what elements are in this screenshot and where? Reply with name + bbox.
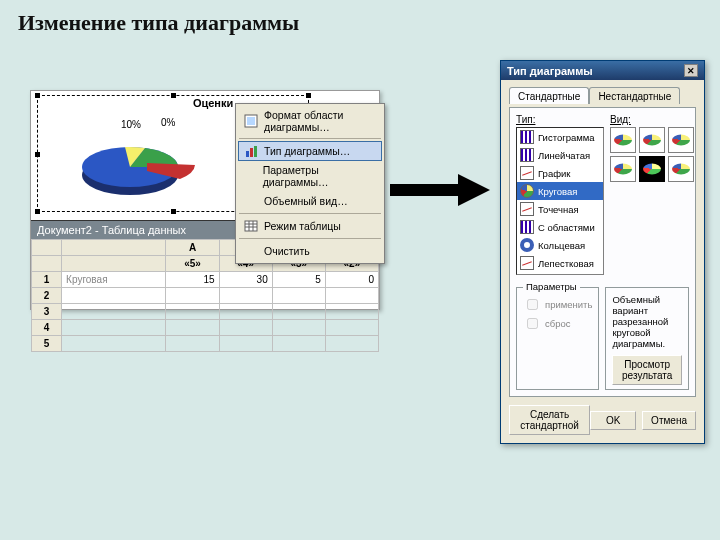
menu-item-label: Тип диаграммы… <box>264 145 350 157</box>
type-item-bar[interactable]: Линейчатая <box>517 146 603 164</box>
menu-item-datasheet[interactable]: Режим таблицы <box>238 216 382 236</box>
type-item-surface[interactable]: Поверхность <box>517 272 603 275</box>
blank-icon <box>244 169 257 183</box>
table-row[interactable]: 1 Круговая 15 30 5 0 <box>32 272 379 288</box>
cell[interactable]: 0 <box>325 272 378 288</box>
cell[interactable] <box>325 320 378 336</box>
row-label[interactable] <box>62 336 166 352</box>
row-label[interactable] <box>62 288 166 304</box>
row-number[interactable]: 1 <box>32 272 62 288</box>
subtype-cell[interactable] <box>610 156 636 182</box>
type-item-label: Гистограмма <box>538 132 595 143</box>
type-item-label: Линейчатая <box>538 150 590 161</box>
col-letter[interactable]: A <box>166 240 219 256</box>
chart-type-dialog: Тип диаграммы ✕ Стандартные Нестандартны… <box>500 60 705 444</box>
tab-standard[interactable]: Стандартные <box>509 87 589 104</box>
svg-rect-12 <box>390 184 458 196</box>
cell[interactable] <box>166 336 219 352</box>
chart-area[interactable]: Оценки 10% 0% Формат области диаграммы… <box>31 91 379 221</box>
menu-item-clear[interactable]: Очистить <box>238 241 382 261</box>
tab-nonstandard[interactable]: Нестандартные <box>589 87 680 104</box>
table-row[interactable]: 4 <box>32 320 379 336</box>
ok-button[interactable]: OK <box>590 411 636 430</box>
row-number[interactable]: 2 <box>32 288 62 304</box>
subtype-cell[interactable] <box>668 127 694 153</box>
chart-title: Оценки <box>193 97 233 109</box>
pie-chart-3d[interactable] <box>75 131 205 201</box>
blank-rowhead[interactable] <box>32 256 62 272</box>
arrow-icon <box>390 170 490 210</box>
menu-item-chart-options[interactable]: Параметры диаграммы… <box>238 161 382 191</box>
cell[interactable] <box>219 288 272 304</box>
svg-rect-6 <box>254 146 257 157</box>
menu-separator <box>239 238 381 239</box>
type-item-area[interactable]: С областями <box>517 218 603 236</box>
cancel-button[interactable]: Отмена <box>642 411 696 430</box>
cell[interactable] <box>325 304 378 320</box>
cell[interactable]: 15 <box>166 272 219 288</box>
subtype-cell[interactable] <box>610 127 636 153</box>
subtype-cell-selected[interactable] <box>639 156 665 182</box>
chart-type-list[interactable]: Гистограмма Линейчатая График Круговая Т… <box>516 127 604 275</box>
cell[interactable] <box>272 304 325 320</box>
preview-button[interactable]: Просмотр результата <box>612 355 682 385</box>
row-label[interactable] <box>62 304 166 320</box>
row-label[interactable] <box>62 320 166 336</box>
set-default-button[interactable]: Сделать стандартной <box>509 405 590 435</box>
cell[interactable] <box>272 288 325 304</box>
menu-item-3d-view[interactable]: Объемный вид… <box>238 191 382 211</box>
svg-rect-3 <box>247 117 255 125</box>
row-number[interactable]: 4 <box>32 320 62 336</box>
cell[interactable]: 5 <box>272 272 325 288</box>
type-item-radar[interactable]: Лепестковая <box>517 254 603 272</box>
cell[interactable] <box>325 336 378 352</box>
type-item-label: Точечная <box>538 204 579 215</box>
type-item-line[interactable]: График <box>517 164 603 182</box>
menu-item-label: Объемный вид… <box>264 195 348 207</box>
chart-label-0pct: 0% <box>161 117 175 128</box>
subtype-cell[interactable] <box>639 127 665 153</box>
cell[interactable] <box>272 336 325 352</box>
subtype-cell[interactable] <box>668 156 694 182</box>
table-row[interactable]: 2 <box>32 288 379 304</box>
dialog-titlebar[interactable]: Тип диаграммы ✕ <box>501 61 704 80</box>
chart-label-10pct: 10% <box>121 119 141 130</box>
cell[interactable] <box>166 304 219 320</box>
checkbox-label: сброс <box>545 318 571 329</box>
type-label: Тип: <box>516 114 604 125</box>
corner-label-cell[interactable] <box>62 240 166 256</box>
cell[interactable] <box>219 336 272 352</box>
type-item-histogram[interactable]: Гистограмма <box>517 128 603 146</box>
bar-icon <box>520 130 534 144</box>
blank-label-head[interactable] <box>62 256 166 272</box>
cell[interactable] <box>219 304 272 320</box>
column-header[interactable]: «5» <box>166 256 219 272</box>
context-menu: Формат области диаграммы… Тип диаграммы…… <box>235 103 385 264</box>
menu-item-label: Режим таблицы <box>264 220 341 232</box>
type-item-scatter[interactable]: Точечная <box>517 200 603 218</box>
menu-item-chart-type[interactable]: Тип диаграммы… <box>238 141 382 161</box>
cell[interactable] <box>166 288 219 304</box>
area-icon <box>520 220 534 234</box>
checkbox-apply[interactable]: применить <box>523 296 592 313</box>
checkbox-input[interactable] <box>527 318 538 329</box>
row-label[interactable]: Круговая <box>62 272 166 288</box>
cell[interactable] <box>325 288 378 304</box>
corner-cell[interactable] <box>32 240 62 256</box>
close-button[interactable]: ✕ <box>684 64 698 77</box>
table-row[interactable]: 3 <box>32 304 379 320</box>
cell[interactable]: 30 <box>219 272 272 288</box>
cell[interactable] <box>272 320 325 336</box>
cell[interactable] <box>219 320 272 336</box>
type-item-pie[interactable]: Круговая <box>517 182 603 200</box>
type-item-doughnut[interactable]: Кольцевая <box>517 236 603 254</box>
format-icon <box>244 114 258 128</box>
row-number[interactable]: 5 <box>32 336 62 352</box>
row-number[interactable]: 3 <box>32 304 62 320</box>
table-row[interactable]: 5 <box>32 336 379 352</box>
menu-separator <box>239 138 381 139</box>
menu-item-format-chart-area[interactable]: Формат области диаграммы… <box>238 106 382 136</box>
checkbox-reset[interactable]: сброс <box>523 315 592 332</box>
checkbox-input[interactable] <box>527 299 538 310</box>
cell[interactable] <box>166 320 219 336</box>
